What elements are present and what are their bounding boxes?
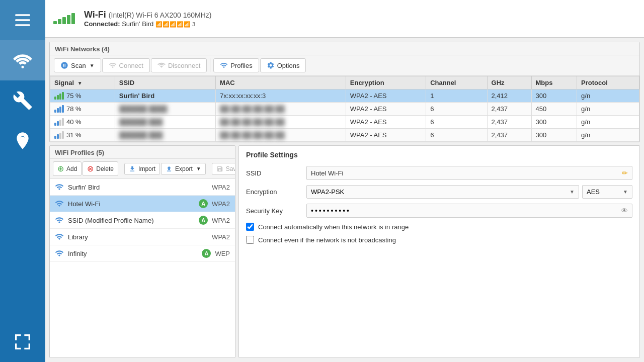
location-icon — [13, 131, 33, 151]
options-button[interactable]: Options — [260, 58, 306, 72]
wifi-signal-icon — [53, 13, 77, 24]
table-row[interactable]: 78 % ██████ ██████:██:██:██:██:██WPA2 - … — [50, 103, 639, 116]
auto-connect-checkbox[interactable] — [246, 223, 254, 231]
ssid-cell: ██████ ███ — [115, 116, 215, 129]
ssid-edit-icon[interactable]: ✏ — [622, 169, 628, 177]
header-title: Wi-Fi (Intel(R) Wi-Fi 6 AX200 160MHz) — [84, 10, 211, 20]
col-protocol[interactable]: Protocol — [577, 76, 639, 89]
main-content: Wi-Fi (Intel(R) Wi-Fi 6 AX200 160MHz) Co… — [45, 0, 644, 362]
delete-button[interactable]: ⊗ Delete — [83, 161, 118, 176]
signal-percent: 75 % — [66, 92, 82, 100]
channel-cell: 6 — [426, 129, 487, 142]
col-mbps[interactable]: Mbps — [531, 76, 577, 89]
col-mac[interactable]: MAC — [216, 76, 346, 89]
security-key-dots: •••••••••• — [311, 207, 351, 215]
table-row[interactable]: 40 % ██████ █████:██:██:██:██:██WPA2 - A… — [50, 116, 639, 129]
signal-percent: 78 % — [66, 105, 82, 113]
save-icon — [216, 165, 223, 172]
save-button[interactable]: Save — [212, 163, 235, 175]
encryption-mode-value: AES — [587, 188, 600, 196]
table-row[interactable]: 31 % ██████ █████:██:██:██:██:██WPA2 - A… — [50, 129, 639, 142]
import-label: Import — [138, 165, 155, 172]
profile-security: WPA2 — [212, 217, 230, 224]
mini-bar — [59, 107, 61, 113]
profile-wifi-icon — [55, 232, 64, 241]
col-ghz[interactable]: GHz — [487, 76, 531, 89]
col-ssid[interactable]: SSID — [115, 76, 215, 89]
profile-item[interactable]: LibraryWPA2 — [50, 229, 235, 245]
export-dropdown-arrow: ▼ — [196, 166, 201, 171]
col-channel[interactable]: Channel — [426, 76, 487, 89]
encryption-mode-select[interactable]: AES ▼ — [582, 185, 632, 199]
ssid-input-container: ✏ — [306, 166, 632, 180]
sidebar-item-resize[interactable] — [0, 322, 45, 362]
sidebar-item-tools[interactable] — [0, 80, 45, 121]
encryption-type-select[interactable]: WPA2-PSK ▼ — [306, 185, 579, 199]
status-label: Connected: — [84, 20, 120, 28]
profile-auto-badge: A — [202, 249, 211, 258]
signal-bar-1 — [53, 21, 57, 24]
security-key-container: •••••••••• 👁 — [306, 204, 632, 218]
mini-bar — [54, 97, 56, 100]
profile-item[interactable]: SSID (Modified Profile Name)AWPA2 — [50, 212, 235, 229]
profile-wifi-icon — [55, 183, 64, 192]
mini-bar — [59, 94, 61, 100]
mbps-cell: 300 — [531, 129, 577, 142]
mini-bar — [57, 121, 59, 126]
mini-bar — [62, 92, 64, 100]
mac-cell: ██:██:██:██:██:██ — [216, 103, 346, 116]
ghz-cell: 2,437 — [487, 129, 531, 142]
delete-label: Delete — [96, 165, 114, 172]
toolbar-separator-1 — [210, 58, 210, 72]
profile-item[interactable]: InfinityAWEP — [50, 245, 235, 262]
ssid-input[interactable] — [311, 169, 622, 177]
not-broadcasting-checkbox[interactable] — [246, 236, 254, 244]
mac-cell: 7x:xx:xx:xx:xx:3 — [216, 89, 346, 103]
mini-bar — [54, 123, 56, 126]
connect-button[interactable]: Connect — [102, 58, 150, 72]
signal-cell: 31 % — [54, 131, 111, 139]
header: Wi-Fi (Intel(R) Wi-Fi 6 AX200 160MHz) Co… — [45, 0, 644, 38]
networks-title: WiFi Networks (4) — [55, 45, 110, 53]
profile-name: SSID (Modified Profile Name) — [68, 217, 195, 224]
profile-item[interactable]: Surfin' BirdWPA2 — [50, 179, 235, 196]
show-password-icon[interactable]: 👁 — [621, 207, 628, 215]
svg-rect-2 — [15, 24, 30, 26]
mini-bar — [62, 118, 64, 126]
export-button[interactable]: Export ▼ — [161, 163, 206, 175]
sidebar-item-wifi[interactable] — [0, 40, 45, 80]
add-button[interactable]: ⊕ Add — [53, 161, 82, 176]
ssid-value: ██████ ███ — [119, 131, 163, 139]
signal-bar-5 — [71, 13, 75, 24]
profiles-toolbar: ⊕ Add ⊗ Delete Import Export — [50, 159, 235, 179]
profiles-button[interactable]: Profiles — [213, 58, 259, 72]
profile-wifi-icon — [55, 249, 64, 258]
ssid-value: ██████ ████ — [119, 105, 168, 113]
auto-connect-label[interactable]: Connect automatically when this network … — [258, 223, 409, 231]
import-button[interactable]: Import — [124, 163, 160, 175]
export-label: Export — [175, 165, 193, 172]
scan-button[interactable]: Scan ▼ — [54, 58, 101, 72]
sidebar-item-menu[interactable] — [0, 0, 45, 40]
profile-name: Surfin' Bird — [68, 184, 208, 191]
not-broadcasting-label[interactable]: Connect even if the network is not broad… — [258, 236, 396, 244]
mini-bar — [59, 133, 61, 139]
channel-cell: 6 — [426, 116, 487, 129]
profile-name: Library — [68, 233, 208, 241]
ssid-cell: Surfin' Bird — [115, 89, 215, 103]
table-row[interactable]: 75 % Surfin' Bird7x:xx:xx:xx:xx:3WPA2 - … — [50, 89, 639, 103]
ghz-cell: 2,412 — [487, 89, 531, 103]
protocol-cell: g/n — [577, 116, 639, 129]
mbps-cell: 450 — [531, 103, 577, 116]
disconnect-button[interactable]: Disconnect — [151, 58, 207, 72]
profile-item[interactable]: Hotel Wi-FiAWPA2 — [50, 196, 235, 212]
security-key-row: Security Key •••••••••• 👁 — [246, 204, 632, 218]
encryption-row: Encryption WPA2-PSK ▼ AES ▼ — [246, 185, 632, 199]
ssid-value: Surfin' Bird — [119, 92, 154, 100]
mac-value: 7x:xx:xx:xx:xx:3 — [220, 92, 266, 100]
col-signal[interactable]: Signal ▼ — [50, 76, 115, 89]
sidebar-item-location[interactable] — [0, 121, 45, 161]
mini-signal-bars — [54, 118, 64, 126]
wifi-icon — [13, 50, 33, 70]
col-encryption[interactable]: Encryption — [346, 76, 426, 89]
